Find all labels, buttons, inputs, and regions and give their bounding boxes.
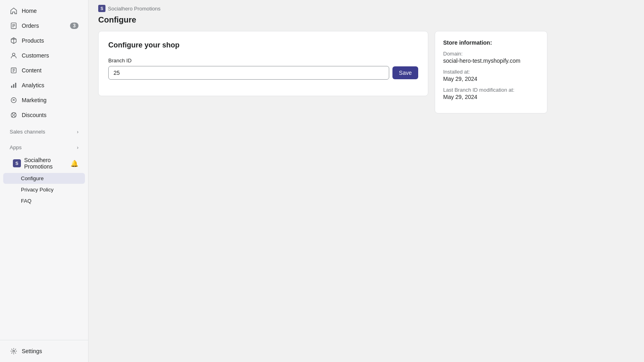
sales-channels-chevron-icon: ›: [77, 129, 78, 135]
sidebar-item-content[interactable]: Content: [3, 63, 85, 78]
sidebar-item-marketing[interactable]: Marketing: [3, 93, 85, 107]
svg-point-19: [13, 350, 15, 352]
sidebar-sub-configure[interactable]: Configure: [3, 173, 85, 184]
sidebar-item-marketing-label: Marketing: [22, 97, 46, 103]
svg-point-17: [14, 115, 15, 117]
products-icon: [10, 37, 18, 45]
sidebar-footer: Settings: [0, 340, 88, 362]
last-mod-label: Last Branch ID modification at:: [443, 87, 539, 93]
configure-card: Configure your shop Branch ID Save: [98, 31, 428, 96]
svg-point-15: [13, 100, 14, 101]
branch-id-label: Branch ID: [108, 58, 418, 64]
sidebar-item-content-label: Content: [22, 67, 41, 74]
sidebar-item-discounts[interactable]: Discounts: [3, 108, 85, 122]
sidebar-app-socialhero[interactable]: S Socialhero Promotions 🔔: [3, 154, 85, 173]
branch-id-form-group: Branch ID Save: [108, 58, 418, 80]
last-mod-value: May 29, 2024: [443, 94, 539, 100]
breadcrumb: S Socialhero Promotions: [89, 0, 644, 12]
save-button[interactable]: Save: [392, 66, 418, 79]
sidebar-item-orders-label: Orders: [22, 23, 39, 29]
page-title-area: Configure: [89, 12, 644, 31]
sidebar-sub-privacy-label: Privacy Policy: [21, 187, 54, 193]
sidebar-item-settings-label: Settings: [22, 348, 42, 354]
installed-row: Installed at: May 29, 2024: [443, 69, 539, 82]
apps-section[interactable]: Apps ›: [3, 141, 85, 154]
bell-icon: 🔔: [70, 160, 78, 167]
branch-id-input[interactable]: [108, 66, 389, 80]
installed-label: Installed at:: [443, 69, 539, 75]
sidebar-item-orders[interactable]: Orders 3: [3, 19, 85, 33]
sidebar-sub-privacy-policy[interactable]: Privacy Policy: [3, 184, 85, 195]
sidebar-item-home-label: Home: [22, 8, 37, 14]
page-title: Configure: [98, 15, 634, 25]
sales-channels-section[interactable]: Sales channels ›: [3, 125, 85, 138]
installed-value: May 29, 2024: [443, 76, 539, 82]
sidebar-item-customers[interactable]: Customers: [3, 48, 85, 63]
orders-badge: 3: [70, 23, 78, 29]
sidebar-item-customers-label: Customers: [22, 52, 49, 59]
marketing-icon: [10, 96, 18, 104]
svg-point-6: [12, 53, 15, 56]
sidebar-item-products-label: Products: [22, 37, 44, 44]
domain-value: social-hero-test.myshopify.com: [443, 58, 539, 64]
store-info-heading: Store information:: [443, 39, 539, 46]
breadcrumb-app-name: Socialhero Promotions: [108, 6, 161, 12]
analytics-icon: [10, 81, 18, 89]
domain-label: Domain:: [443, 51, 539, 57]
sidebar-app-name: Socialhero Promotions: [24, 157, 67, 170]
sidebar-item-discounts-label: Discounts: [22, 112, 46, 118]
sidebar-item-analytics[interactable]: Analytics: [3, 78, 85, 93]
apps-label: Apps: [10, 144, 22, 150]
svg-rect-11: [11, 86, 12, 88]
content-icon: [10, 66, 18, 74]
sidebar-item-settings[interactable]: Settings: [3, 344, 85, 358]
socialhero-app-icon: S: [13, 159, 21, 167]
sidebar-item-analytics-label: Analytics: [22, 82, 44, 88]
svg-rect-13: [15, 83, 17, 88]
orders-icon: [10, 22, 18, 30]
sidebar-nav: Home Orders 3 Products Customers: [0, 0, 88, 340]
settings-icon: [10, 347, 18, 355]
customers-icon: [10, 51, 18, 60]
discounts-icon: [10, 111, 18, 119]
domain-row: Domain: social-hero-test.myshopify.com: [443, 51, 539, 64]
svg-point-16: [12, 113, 13, 115]
branch-id-row: Save: [108, 66, 418, 80]
svg-rect-12: [13, 84, 14, 88]
sidebar: Home Orders 3 Products Customers: [0, 0, 89, 362]
sidebar-sub-faq-label: FAQ: [21, 198, 31, 204]
home-icon: [10, 7, 18, 15]
apps-chevron-icon: ›: [77, 145, 78, 150]
sidebar-item-products[interactable]: Products: [3, 33, 85, 48]
configure-card-title: Configure your shop: [108, 41, 418, 49]
main-content: S Socialhero Promotions Configure Config…: [89, 0, 644, 362]
sidebar-item-home[interactable]: Home: [3, 4, 85, 18]
breadcrumb-app-icon: S: [98, 5, 105, 12]
sidebar-sub-faq[interactable]: FAQ: [3, 195, 85, 206]
sidebar-sub-configure-label: Configure: [21, 175, 43, 181]
content-area: Configure your shop Branch ID Save Store…: [89, 31, 644, 113]
store-info-card: Store information: Domain: social-hero-t…: [435, 31, 547, 113]
last-mod-row: Last Branch ID modification at: May 29, …: [443, 87, 539, 100]
sales-channels-label: Sales channels: [10, 129, 45, 135]
